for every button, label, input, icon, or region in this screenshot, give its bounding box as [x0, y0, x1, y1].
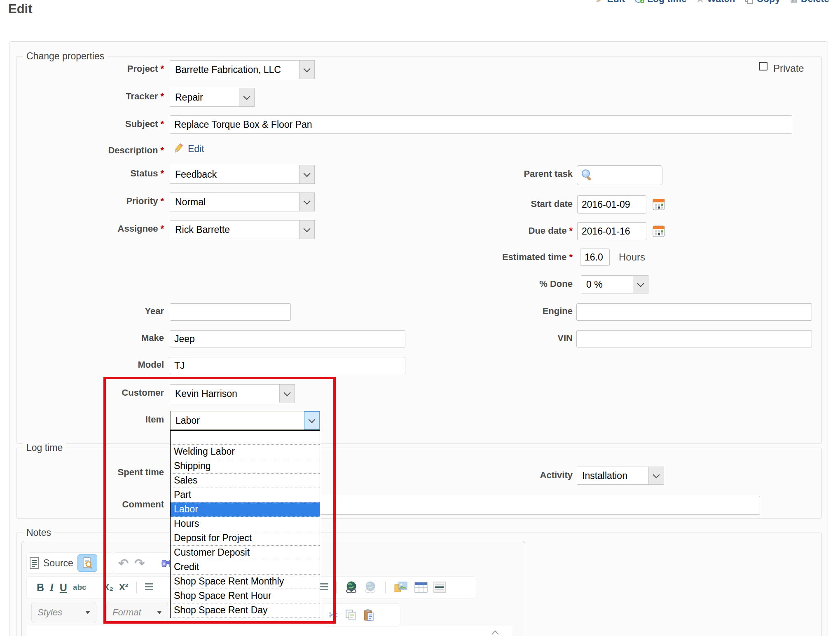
private-checkbox[interactable] [759, 62, 767, 70]
log-time-link[interactable]: Log time [634, 0, 687, 5]
item-option[interactable]: Shop Space Rent Hour [171, 589, 320, 603]
item-option[interactable]: Welding Labor [171, 445, 320, 459]
source-button[interactable]: Source [43, 558, 73, 569]
horizontal-rule-icon[interactable] [433, 582, 446, 593]
make-input[interactable] [170, 330, 405, 347]
format-dropdown[interactable]: Format [106, 602, 168, 623]
item-option[interactable]: Shop Space Rent Monthly [171, 575, 320, 589]
engine-input[interactable] [576, 303, 812, 321]
item-option[interactable]: Shipping [171, 459, 320, 474]
magnifier-icon [581, 169, 593, 182]
chevron-down-icon [85, 611, 90, 614]
estimated-time-input[interactable] [580, 249, 610, 266]
activity-select[interactable]: Installation [577, 467, 664, 485]
vin-label: VIN [412, 333, 573, 343]
pencil-icon [594, 0, 604, 4]
issue-edit-page: { "page": { "title": "Edit" }, "ui": { "… [0, 0, 840, 636]
image-icon[interactable] [394, 581, 409, 594]
clock-plus-icon [634, 0, 645, 4]
star-icon: ★ [696, 0, 705, 5]
item-option[interactable]: Customer Deposit [171, 546, 320, 560]
chevron-down-icon[interactable] [648, 467, 664, 484]
underline-icon[interactable]: U [60, 582, 67, 594]
chevron-down-icon[interactable] [299, 221, 314, 239]
copy-link[interactable]: Copy [744, 0, 780, 5]
chevron-down-icon[interactable] [633, 276, 648, 293]
item-option[interactable]: Credit [171, 560, 320, 575]
make-label: Make [16, 333, 164, 343]
start-date-label: Start date [412, 199, 573, 209]
calendar-icon[interactable] [653, 225, 666, 238]
trash-icon [789, 0, 798, 4]
undo-icon[interactable]: ↶ [118, 556, 129, 570]
due-date-label: Due date* [412, 225, 573, 236]
comment-label: Comment [16, 499, 164, 510]
chevron-down-icon[interactable] [239, 88, 254, 106]
delete-link[interactable]: Delete [789, 0, 829, 5]
styles-dropdown[interactable]: Styles [31, 602, 96, 623]
start-date-input[interactable] [577, 195, 646, 214]
pencil-icon [172, 143, 184, 155]
chevron-down-icon[interactable] [279, 385, 295, 403]
strikethrough-icon[interactable]: abc [73, 583, 87, 592]
table-icon[interactable] [414, 582, 428, 593]
status-select[interactable]: Feedback [170, 165, 315, 184]
chevron-down-icon[interactable] [299, 193, 314, 211]
preview-icon[interactable] [77, 554, 97, 572]
model-input[interactable] [170, 357, 405, 374]
item-select[interactable]: Labor [170, 411, 320, 430]
description-label: Description* [16, 145, 164, 156]
percent-done-select[interactable]: 0 % [581, 275, 648, 293]
superscript-icon[interactable]: X² [119, 582, 128, 593]
item-option[interactable]: Sales [171, 474, 320, 488]
project-label: Project* [16, 63, 164, 74]
hours-suffix: Hours [619, 251, 645, 263]
item-option[interactable] [171, 431, 320, 445]
parent-task-label: Parent task [412, 169, 573, 179]
numbered-list-icon[interactable] [145, 583, 153, 591]
year-label: Year [16, 306, 164, 317]
tracker-select[interactable]: Repair [170, 88, 255, 107]
cut-icon[interactable]: ✂ [328, 608, 338, 622]
chevron-down-icon[interactable] [299, 165, 314, 183]
editor-toolbar-row1-group1: Source [26, 552, 114, 574]
year-input[interactable] [170, 303, 291, 321]
private-label: Private [773, 63, 804, 74]
item-option[interactable]: Deposit for Project [171, 531, 320, 546]
copy-icon[interactable] [345, 609, 356, 621]
item-option[interactable]: Part [171, 488, 320, 502]
subscript-icon[interactable]: X₂ [103, 582, 113, 593]
editor-toolbar-row3-group: ✂ [323, 603, 400, 627]
item-option[interactable]: Shop Space Rent Day [171, 603, 320, 618]
assignee-select[interactable]: Rick Barrette [170, 220, 315, 239]
due-date-input[interactable] [577, 222, 646, 240]
edit-link[interactable]: Edit [594, 0, 625, 5]
unlink-icon[interactable] [364, 581, 377, 594]
vin-input[interactable] [576, 330, 812, 347]
item-option[interactable]: Hours [171, 517, 320, 531]
tracker-label: Tracker* [16, 91, 164, 102]
page-title: Edit [8, 2, 33, 16]
bold-icon[interactable]: B [37, 582, 44, 594]
change-properties-fieldset: Change properties [16, 56, 822, 444]
customer-select[interactable]: Kevin Harrison [170, 384, 295, 403]
priority-select[interactable]: Normal [170, 192, 315, 211]
assignee-label: Assignee* [16, 223, 164, 234]
chevron-down-icon[interactable] [304, 411, 320, 429]
status-label: Status* [16, 168, 164, 179]
chevron-down-icon[interactable] [299, 61, 314, 79]
paste-icon[interactable] [363, 609, 374, 621]
project-select[interactable]: Barrette Fabrication, LLC [170, 60, 315, 79]
link-icon[interactable] [345, 581, 358, 594]
description-edit-link[interactable]: Edit [188, 143, 204, 155]
model-label: Model [16, 359, 164, 370]
activity-label: Activity [412, 470, 573, 481]
item-option[interactable]: Labor [171, 502, 320, 517]
calendar-icon[interactable] [653, 198, 666, 211]
log-time-legend: Log time [23, 442, 66, 453]
redo-icon[interactable]: ↷ [134, 556, 145, 570]
italic-icon[interactable]: I [50, 582, 54, 593]
subject-input[interactable] [170, 115, 792, 134]
watch-link[interactable]: ★ Watch [696, 0, 735, 5]
editor-content-area[interactable] [27, 626, 512, 636]
